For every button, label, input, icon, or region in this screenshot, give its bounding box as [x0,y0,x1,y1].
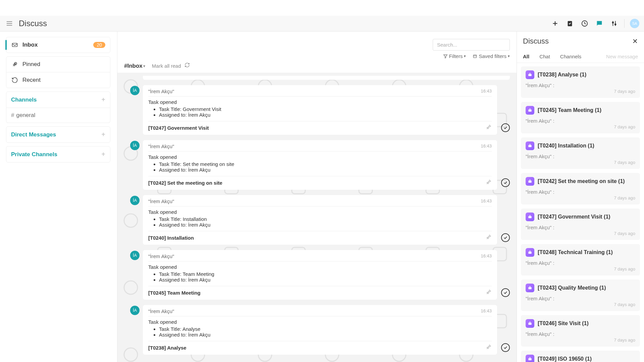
center-panel: Filters ▾ Saved filters ▾ #Inbox ▾ Mark … [117,32,517,362]
pin-message-button[interactable] [486,234,492,241]
briefcase-icon [528,250,532,255]
notification-item[interactable]: [T0248] Technical Training (1)"İrem Akçu… [521,244,640,276]
add-dm-button[interactable]: + [101,131,105,138]
clipboard-check-icon [566,20,574,27]
notification-time: 7 days ago [526,231,635,236]
message-line: Assigned to: İrem Akçu [159,277,492,283]
briefcase-icon [528,286,532,290]
message-avatar: İA [130,306,140,315]
message-status: Task opened [148,264,492,270]
new-message-button[interactable]: New message [606,54,638,59]
refresh-button[interactable] [184,62,190,69]
message-from: "İrem Akçu" [148,143,174,149]
svg-rect-15 [474,55,477,57]
message-reference[interactable]: [T0245] Team Meeting [148,290,201,296]
message-reference[interactable]: [T0242] Set the meeting on site [148,180,222,186]
tab-channels[interactable]: Channels [560,50,586,63]
briefcase-icon [528,357,532,361]
notification-title: [T0240] Installation (1) [538,143,594,149]
message-time: 16:43 [481,253,492,259]
message-details: Task Title: InstallationAssigned to: İre… [148,216,492,228]
messages-list[interactable]: İA"İrem Akçu" 16:43Task openedTask Title… [117,73,517,362]
tab-chat[interactable]: Chat [539,50,555,63]
message-details: Task Title: Set the meeting on siteAssig… [148,161,492,173]
notification-item[interactable]: [T0246] Site Visit (1)"İrem Akçu" :7 day… [521,315,640,347]
notification-title: [T0245] Team Meeting (1) [538,107,601,113]
channel-general[interactable]: #general [6,108,110,123]
dm-label: Direct Messages [11,131,56,138]
nav-inbox[interactable]: Inbox 20 [6,37,110,53]
inbox-count-badge: 20 [93,42,105,48]
message-reference[interactable]: [T0247] Government Visit [148,125,209,131]
message-avatar: İA [130,196,140,205]
settings-button[interactable] [609,19,619,28]
mark-done-button[interactable] [501,233,510,242]
right-panel-list[interactable]: [T0238] Analyse (1)"İrem Akçu" :7 days a… [517,63,644,362]
user-avatar[interactable]: SA [630,19,639,28]
message-line: Task Title: Team Meeting [159,271,492,277]
new-button[interactable] [550,19,560,28]
message-avatar: İA [130,251,140,260]
nav-recent[interactable]: Recent [6,72,110,88]
filters-button[interactable]: Filters ▾ [443,53,466,59]
message-card[interactable]: İA"İrem Akçu" 16:43Task openedTask Title… [130,305,510,355]
message-line: Assigned to: İrem Akçu [159,222,492,228]
add-channel-button[interactable]: + [101,96,105,104]
message-line: Task Title: Set the meeting on site [159,161,492,167]
message-body: "İrem Akçu" 16:43Task openedTask Title: … [143,140,497,190]
notification-item[interactable]: [T0242] Set the meeting on site (1)"İrem… [521,173,640,204]
mark-done-button[interactable] [501,123,510,132]
notification-time: 7 days ago [526,124,635,129]
right-panel-title: Discuss [523,37,549,46]
add-private-button[interactable]: + [101,150,105,158]
pin-message-button[interactable] [486,344,492,351]
notification-title: [T0243] Quality Meeting (1) [538,285,606,291]
message-card[interactable]: İA"İrem Akçu" 16:43Task openedTask Title… [130,140,510,190]
message-time: 16:43 [481,88,492,94]
task-icon [526,70,534,79]
tasks-button[interactable] [565,19,575,28]
notification-title: [T0242] Set the meeting on site (1) [538,178,625,184]
section-direct-messages[interactable]: Direct Messages + [6,126,110,143]
message-card[interactable]: İA"İrem Akçu" 16:43Task openedTask Title… [130,250,510,300]
nav-pinned[interactable]: Pinned [6,57,110,72]
activity-button[interactable] [580,19,589,28]
notification-item[interactable]: [T0245] Team Meeting (1)"İrem Akçu" :7 d… [521,102,640,133]
mark-all-read-button[interactable]: Mark all read [152,63,181,69]
message-time: 16:43 [481,308,492,314]
close-panel-button[interactable]: ✕ [632,37,638,45]
message-avatar: İA [130,86,140,95]
section-channels[interactable]: Channels + [6,92,110,108]
saved-filters-button[interactable]: Saved filters ▾ [473,53,510,59]
notification-item[interactable]: [T0249] ISO 19650 (1) [521,351,640,362]
discuss-button[interactable] [595,19,604,28]
notification-item[interactable]: [T0247] Government Visit (1)"İrem Akçu" … [521,208,640,240]
message-reference[interactable]: [T0240] Installation [148,235,194,241]
tab-all[interactable]: All [523,50,534,63]
right-panel-header: Discuss ✕ [517,32,644,50]
divider [624,19,625,28]
pin-message-button[interactable] [486,289,492,296]
chevron-down-icon[interactable]: ▾ [143,64,145,68]
inbox-title[interactable]: #Inbox [124,63,143,69]
message-from: "İrem Akçu" [148,198,174,204]
message-card[interactable]: İA"İrem Akçu" 16:43Task openedTask Title… [130,195,510,245]
notification-item[interactable]: [T0243] Quality Meeting (1)"İrem Akçu" :… [521,280,640,311]
mark-done-button[interactable] [501,343,510,352]
menu-button[interactable] [5,19,14,28]
notification-sub: "İrem Akçu" : [526,296,635,301]
mark-done-button[interactable] [501,288,510,297]
pin-icon [486,124,492,130]
pin-message-button[interactable] [486,179,492,186]
notification-item[interactable]: [T0240] Installation (1)"İrem Akçu" :7 d… [521,137,640,169]
message-details: Task Title: AnalyseAssigned to: İrem Akç… [148,326,492,338]
mark-done-button[interactable] [501,178,510,187]
search-input[interactable] [433,39,510,51]
nav-secondary: Pinned Recent [6,56,110,88]
pin-icon [486,179,492,185]
pin-message-button[interactable] [486,124,492,131]
notification-item[interactable]: [T0238] Analyse (1)"İrem Akçu" :7 days a… [521,66,640,98]
section-private-channels[interactable]: Private Channels + [6,146,110,163]
message-reference[interactable]: [T0238] Analyse [148,345,186,351]
message-card[interactable]: İA"İrem Akçu" 16:43Task openedTask Title… [130,85,510,135]
